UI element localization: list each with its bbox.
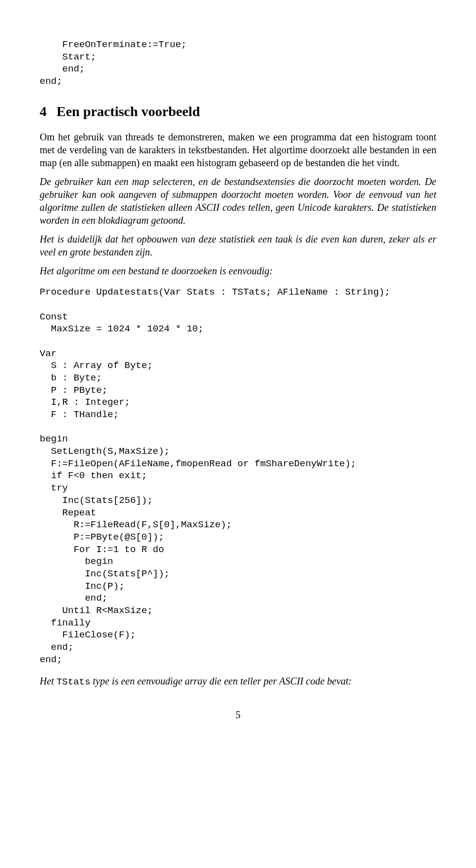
page-number: 5 [40,708,436,721]
paragraph-1: Om het gebruik van threads te demonstrer… [40,130,436,169]
para5-text-pre: Het [40,676,57,686]
code-block-1: FreeOnTerminate:=True; Start; end; end; [40,39,436,88]
paragraph-5: Het TStats type is een eenvoudige array … [40,675,436,688]
section-heading: 4Een practisch voorbeeld [40,103,436,121]
inline-code-tstats: TStats [57,677,90,687]
section-title: Een practisch voorbeeld [57,104,200,119]
section-number: 4 [40,103,47,121]
paragraph-4: Het algoritme om een bestand te doorzoek… [40,264,436,277]
paragraph-3: Het is duidelijk dat het opbouwen van de… [40,233,436,258]
para5-text-post: type is een eenvoudige array die een tel… [90,676,352,686]
paragraph-2: De gebruiker kan een map selecteren, en … [40,175,436,227]
code-block-2: Procedure Updatestats(Var Stats : TSTats… [40,286,436,666]
